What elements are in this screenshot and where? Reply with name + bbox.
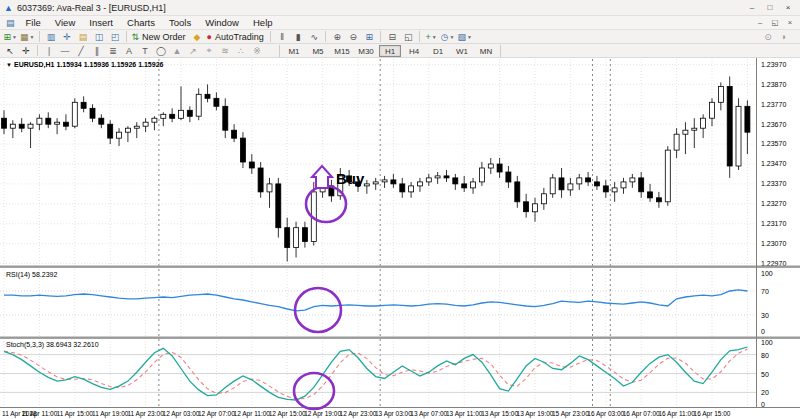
terminal-button[interactable]: ◫ xyxy=(91,30,106,43)
timeframe-h1[interactable]: H1 xyxy=(379,45,401,57)
trendline-button[interactable]: ╱ xyxy=(74,44,89,57)
metaeditor-button[interactable]: ◆ xyxy=(190,30,205,43)
candle-body xyxy=(524,202,529,212)
chart-close-button[interactable]: × xyxy=(783,17,797,28)
search-icon-icon: ⊙ xyxy=(764,32,772,42)
profiles-button[interactable]: ▦▼ xyxy=(19,30,35,43)
mt4-logo-icon: ▲ xyxy=(4,3,13,13)
menu-item-window[interactable]: Window xyxy=(198,16,246,30)
time-axis-label: 12 Apr 07:00 xyxy=(198,410,235,418)
market-watch-button[interactable]: ▥ xyxy=(43,30,58,43)
chart-restore-button[interactable]: ◱ xyxy=(768,17,782,28)
menu-item-help[interactable]: Help xyxy=(246,16,280,30)
timeframe-m15[interactable]: M15 xyxy=(331,45,353,57)
timeframe-mn[interactable]: MN xyxy=(475,45,497,57)
periods-button[interactable]: ◷▼ xyxy=(440,30,456,43)
toolbar-separator xyxy=(270,31,271,42)
menu-item-view[interactable]: View xyxy=(48,16,82,30)
menu-item-tools[interactable]: Tools xyxy=(162,16,198,30)
chart-minimize-button[interactable]: – xyxy=(753,17,767,28)
menu-item-file[interactable]: File xyxy=(19,16,48,30)
community-icon[interactable]: ◗ xyxy=(777,30,792,43)
candle-body xyxy=(267,184,272,192)
dropdown-arrow-icon[interactable]: ▼ xyxy=(12,34,17,40)
zoom-in-button[interactable]: ⊕ xyxy=(330,30,345,43)
candle-body xyxy=(276,184,281,228)
window-title: 6037369: Ava-Real 3 - [EURUSD,H1] xyxy=(17,3,166,13)
strategy-tester-button[interactable]: ◰ xyxy=(107,30,122,43)
vertical-line-button[interactable]: ∣ xyxy=(42,44,57,57)
pane-separator[interactable] xyxy=(0,337,800,339)
dropdown-arrow-icon[interactable]: ▼ xyxy=(30,34,35,40)
chart-bars-button[interactable]: ‖ xyxy=(275,30,290,43)
label-button[interactable]: T xyxy=(138,44,153,57)
timeframe-h4[interactable]: H4 xyxy=(403,45,425,57)
pane-separator[interactable] xyxy=(0,266,800,268)
new-order-button[interactable]: ⇅New Order xyxy=(130,30,188,43)
candle-body xyxy=(718,86,723,102)
minimize-button[interactable]: – xyxy=(744,2,760,14)
data-window-button[interactable]: ✛ xyxy=(59,30,74,43)
arrows-button[interactable]: ▲ xyxy=(170,44,185,57)
candle-body xyxy=(435,176,440,178)
price-axis-label: 1.23770 xyxy=(761,101,786,108)
candle-body xyxy=(639,178,644,192)
chart-line-button[interactable]: ∿ xyxy=(307,30,322,43)
timeframe-m30[interactable]: M30 xyxy=(355,45,377,57)
toolbar-separator xyxy=(380,31,381,42)
timeframe-m5[interactable]: M5 xyxy=(307,45,329,57)
gann-button[interactable]: ≋ xyxy=(218,44,233,57)
candle-body xyxy=(205,94,210,98)
text-icon: A xyxy=(126,46,132,56)
timeframe-w1[interactable]: W1 xyxy=(451,45,473,57)
arrows-icon: ▲ xyxy=(173,46,182,56)
text-button[interactable]: A xyxy=(122,44,137,57)
navigator-button[interactable]: ▤ xyxy=(75,30,90,43)
candle-body xyxy=(683,130,688,134)
shapes-button[interactable]: ∴ xyxy=(234,44,249,57)
cycle-lines-button[interactable]: ⌖ xyxy=(202,44,217,57)
timeframe-m1[interactable]: M1 xyxy=(283,45,305,57)
templates-button[interactable]: ▧▼ xyxy=(456,30,472,43)
remove-objects-button[interactable]: ※ xyxy=(250,44,265,57)
channel-button[interactable]: ∥ xyxy=(90,44,105,57)
menu-item-charts[interactable]: Charts xyxy=(120,16,162,30)
price-chart[interactable]: 1.239701.238701.237701.236701.235701.234… xyxy=(0,58,800,419)
close-button[interactable]: × xyxy=(780,2,796,14)
price-axis-label: 1.23870 xyxy=(761,81,786,88)
cursor-button[interactable]: ↖ xyxy=(3,44,18,57)
gann-icon: ≋ xyxy=(221,46,229,56)
chart-area[interactable]: 1.239701.238701.237701.236701.235701.234… xyxy=(0,58,800,419)
candle-body xyxy=(541,194,546,204)
tile-windows-button[interactable]: ⊞ xyxy=(362,30,377,43)
arrange-windows-button[interactable]: ⊟ xyxy=(385,30,400,43)
indicators-button[interactable]: +▼ xyxy=(424,30,439,43)
new-chart-button[interactable]: ⊞▼ xyxy=(3,30,19,43)
candle-body xyxy=(594,182,599,186)
new-order-button-label: New Order xyxy=(142,32,188,42)
dropdown-arrow-icon[interactable]: ▼ xyxy=(450,34,455,40)
candle-body xyxy=(19,124,24,128)
candle-body xyxy=(232,130,237,138)
chart-candles-button[interactable]: ▮ xyxy=(291,30,306,43)
cascade-windows-button[interactable]: ◱ xyxy=(401,30,416,43)
dropdown-arrow-icon[interactable]: ▼ xyxy=(467,34,472,40)
horizontal-line-button[interactable]: ― xyxy=(58,44,73,57)
candle-body xyxy=(612,188,617,192)
ellipse-icon: ◯ xyxy=(156,46,166,56)
autotrading-icon: ● xyxy=(207,32,212,42)
maximize-button[interactable]: □ xyxy=(762,2,778,14)
menu-item-insert[interactable]: Insert xyxy=(82,16,120,30)
crosshair-button[interactable]: ✛ xyxy=(19,44,34,57)
timeframe-d1[interactable]: D1 xyxy=(427,45,449,57)
autotrading-button[interactable]: ●AutoTrading xyxy=(206,30,267,43)
dropdown-arrow-icon[interactable]: ▼ xyxy=(432,34,437,40)
ellipse-button[interactable]: ◯ xyxy=(154,44,169,57)
fibonacci-button[interactable]: ≣ xyxy=(106,44,121,57)
candle-body xyxy=(692,128,697,130)
timeframe-group: M1M5M15M30H1H4D1W1MN xyxy=(279,45,501,57)
pitchfork-button[interactable]: ↗ xyxy=(186,44,201,57)
time-axis-label: 16 Apr 15:00 xyxy=(694,410,731,418)
zoom-out-button[interactable]: ⊖ xyxy=(346,30,361,43)
search-icon[interactable]: ⊙ xyxy=(761,30,776,43)
